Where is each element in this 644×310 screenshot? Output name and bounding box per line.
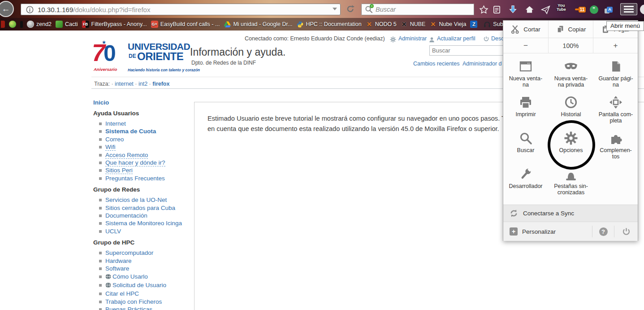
globe-icon [105, 282, 111, 290]
reload-icon[interactable] [346, 4, 355, 15]
z-favicon: Z [470, 21, 477, 28]
url-host: 10.30.1.169 [38, 6, 73, 13]
sidebar-item[interactable]: Sitios Peri [99, 166, 195, 174]
url-bar[interactable]: 10.30.1.169/doku/doku.php?id=firefox [21, 4, 341, 15]
cut-button[interactable]: Cortar [503, 21, 548, 38]
sidebar-item[interactable]: Documentación [99, 212, 195, 219]
wiki-search-input[interactable] [429, 45, 508, 56]
sidebar-heading: Grupo de Redes [93, 186, 195, 193]
copy-button[interactable]: Copiar [548, 21, 593, 38]
sidebar-item[interactable]: UCLV [99, 227, 195, 235]
globe-favicon [27, 21, 34, 28]
help-button[interactable]: ? [592, 227, 614, 236]
breadcrumb-firefox[interactable]: firefox [152, 81, 169, 87]
fullscreen-button[interactable]: Pantalla com-pleta [593, 91, 638, 127]
connected-as-text: Conectado como: Ernesto Eduardo Diaz Con… [245, 35, 385, 42]
print-button[interactable]: Imprimir [503, 91, 548, 127]
sidebar-item[interactable]: Internet [99, 120, 195, 127]
home-icon[interactable] [524, 4, 534, 14]
green-ball-bookmark-icon[interactable] [9, 21, 16, 28]
history-button[interactable]: Historial [549, 91, 593, 127]
site-info-icon[interactable] [26, 6, 34, 13]
sidebar-item[interactable]: Software [99, 265, 195, 272]
new-window-button[interactable]: Nueva venta-na [503, 55, 548, 91]
new-private-window-button[interactable]: Nueva venta-na privada [549, 55, 593, 91]
logout-link[interactable]: Desc [491, 35, 504, 42]
session-manager-icon[interactable]: 11 [573, 4, 588, 14]
find-button[interactable]: Buscar [503, 127, 548, 162]
sidebar-item-inicio[interactable]: Inicio [93, 99, 195, 106]
sidebar-item[interactable]: Trabajo con Ficheros [99, 298, 195, 306]
send-tab-icon[interactable] [540, 4, 550, 14]
menu-button-tooltip: Abrir menú [606, 21, 644, 31]
search-engine-icon[interactable]: + [365, 5, 373, 13]
sidebar-item[interactable]: Citar el HPC [99, 290, 195, 297]
logout-power-icon [483, 36, 489, 44]
copy-icon [556, 24, 565, 34]
quotes-extension-icon[interactable]: ” [589, 4, 599, 14]
search-add-badge: + [370, 4, 374, 8]
update-profile-link[interactable]: Actualizar perfil [437, 35, 475, 42]
zoom-in-button[interactable]: + [593, 38, 638, 53]
bookmark-item[interactable]: ✕NODO 5 [366, 21, 397, 28]
customize-button[interactable]: Personalizar [522, 228, 556, 235]
sidebar-item[interactable]: Buenas Prácticas [99, 306, 195, 310]
quit-button[interactable] [614, 227, 638, 236]
sidebar-item[interactable]: Correo [99, 135, 195, 143]
addons-button[interactable]: Complemen-tos [593, 127, 638, 162]
developer-wrench-icon [503, 162, 548, 181]
bookmark-item[interactable]: Z [470, 21, 480, 28]
browser-search-bar[interactable]: + Buscar [361, 4, 474, 15]
bookmark-item[interactable]: Cacti [56, 21, 78, 28]
synced-tabs-button[interactable]: Pestañas sin-cronizadas [549, 162, 593, 198]
save-page-button[interactable]: Guardar pági-na [593, 55, 638, 91]
sidebar-item[interactable]: Hardware [99, 257, 195, 265]
sidebar-item[interactable]: Sistema de Cuota [99, 127, 195, 135]
bookmark-star-icon[interactable] [479, 4, 488, 14]
globe-icon [105, 274, 111, 281]
browser-toolbar: ← 10.30.1.169/doku/doku.php?id=firefox +… [0, 0, 644, 18]
history-clock-icon [549, 91, 593, 109]
back-button[interactable]: ← [0, 1, 14, 17]
youtube-icon[interactable]: You Tube [557, 4, 566, 12]
menu-button[interactable] [620, 3, 637, 15]
clipped-toolbar-button[interactable] [640, 4, 644, 14]
options-button[interactable]: Opciones [549, 127, 593, 162]
sidebar-item[interactable]: Acceso Remoto [99, 151, 195, 159]
translate-icon[interactable]: A [604, 4, 614, 14]
developer-button[interactable]: Desarrollador [503, 162, 548, 198]
sidebar-item[interactable]: Preguntas Frecuentes [99, 175, 195, 182]
sidebar-item[interactable]: Supercomputador [99, 249, 195, 257]
sidebar-item[interactable]: Servicios de la UO-Net [99, 196, 195, 204]
sidebar-item[interactable]: Sitios cerrados para Cuba [99, 204, 195, 212]
sidebar-item[interactable]: Que hacer y dónde ir? [99, 159, 195, 166]
session-count-badge: 11 [579, 7, 586, 13]
pin-bookmark-icon[interactable] [20, 21, 23, 28]
sync-signin-row[interactable]: Conectarse a Sync [503, 205, 638, 222]
bookmark-item[interactable]: HPC :: Documentation [296, 21, 361, 28]
clipped-bookmark-icon[interactable] [1, 21, 5, 28]
bookmark-item[interactable]: zend2 [27, 21, 52, 28]
bookmark-item[interactable]: Mi unidad - Google Dr... [224, 21, 292, 28]
sidebar-item[interactable]: Solicitud de Usuario [99, 281, 195, 290]
firefox-menu-panel: Cortar Copiar Pegar − 100% + Nueva venta… [503, 20, 638, 241]
bookmark-item[interactable]: FBFilterBypass - Anony... [82, 21, 147, 28]
breadcrumb-internet[interactable]: internet [115, 81, 134, 87]
recent-changes-link[interactable]: Cambios recientes [413, 61, 460, 67]
urlbar-dropdown-arrow[interactable] [333, 8, 337, 10]
breadcrumb-int2[interactable]: int2 [138, 81, 147, 87]
sidebar-item[interactable]: Wifi [99, 143, 195, 151]
download-icon[interactable] [508, 4, 518, 14]
zoom-level[interactable]: 100% [548, 38, 593, 53]
bookmark-item[interactable]: ✕Nube Vieja [429, 21, 466, 28]
admin-pages-link[interactable]: Administrador d [462, 61, 502, 67]
screen: ← 10.30.1.169/doku/doku.php?id=firefox +… [0, 0, 644, 310]
admin-link[interactable]: Administrar [398, 35, 427, 42]
sidebar-item[interactable]: Sistema de Monitoreo Icinga [99, 219, 195, 227]
help-icon: ? [599, 227, 608, 236]
bookmark-item[interactable]: ✕NUBE [401, 21, 426, 28]
bookmarks-panel-icon[interactable] [492, 4, 501, 14]
zoom-out-button[interactable]: − [503, 38, 548, 53]
bookmark-item[interactable]: G+EasyBuild conf calls - ... [151, 21, 220, 28]
sidebar-item[interactable]: Cómo Usarlo [99, 273, 195, 281]
